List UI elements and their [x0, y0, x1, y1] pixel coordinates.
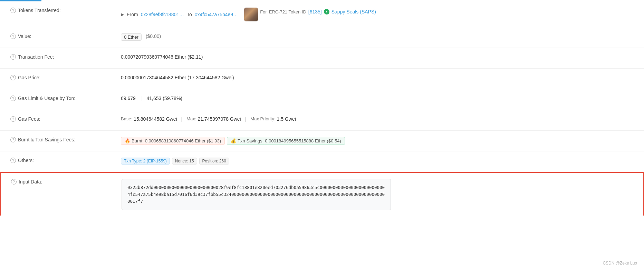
- transaction-fee-value-col: 0.000720790360774046 Ether ($2.11): [121, 53, 634, 60]
- nft-thumb-image: [244, 8, 258, 21]
- value-help-icon[interactable]: ?: [10, 33, 16, 39]
- value-value-col: 0 Ether ($0.00): [121, 33, 634, 41]
- gas-price-value: 0.000000017304644582 Ether (17.304644582…: [121, 75, 234, 80]
- burnt-badge: 🔥 Burnt: 0.000658310860774046 Ether ($1.…: [121, 137, 225, 145]
- token-name-link[interactable]: Sappy Seals (SAPS): [331, 9, 376, 14]
- txn-type-value: 2 (EIP-1559): [143, 159, 167, 163]
- others-label-col: ? Others:: [10, 157, 121, 163]
- to-label: To: [187, 12, 192, 17]
- gas-fees-label-col: ? Gas Fees:: [10, 116, 121, 122]
- for-label: For: [260, 9, 267, 14]
- gas-fees-pipe2: |: [245, 116, 247, 122]
- tokens-transferred-row: ? Tokens Transferred: ▶ From 0x28f9ef8fc…: [0, 1, 644, 27]
- nonce-label: Nonce:: [175, 159, 189, 163]
- from-address-link[interactable]: 0x28f9ef8fc18801…: [141, 12, 184, 17]
- others-row: ? Others: Txn Type: 2 (EIP-1559) Nonce: …: [0, 151, 644, 172]
- tokens-transferred-label: Tokens Transferred:: [18, 8, 61, 13]
- gas-price-help-icon[interactable]: ?: [10, 75, 16, 80]
- gas-limit-help-icon[interactable]: ?: [10, 96, 16, 101]
- max-priority-label: Max Priority:: [250, 116, 275, 121]
- tokens-transferred-help-icon[interactable]: ?: [10, 8, 16, 13]
- gas-pipe: |: [141, 96, 142, 101]
- nft-thumbnail: [244, 8, 258, 21]
- position-label: Position:: [202, 159, 219, 163]
- transaction-fee-label-col: ? Transaction Fee:: [10, 53, 121, 60]
- transaction-fee-value: 0.000720790360774046 Ether ($2.11): [121, 54, 203, 60]
- gas-limit-row: ? Gas Limit & Usage by Txn: 69,679 | 41,…: [0, 89, 644, 110]
- transaction-fee-label: Transaction Fee:: [18, 54, 54, 60]
- fire-icon: 🔥: [125, 138, 130, 143]
- token-standard-label: ERC-721 Token ID: [269, 9, 306, 14]
- burnt-savings-row: ? Burnt & Txn Savings Fees: 🔥 Burnt: 0.0…: [0, 131, 644, 151]
- ether-amount-badge: 0 Ether: [121, 33, 142, 41]
- input-data-help-icon[interactable]: ?: [11, 179, 17, 185]
- value-label: Value:: [18, 33, 31, 39]
- transaction-fee-row: ? Transaction Fee: 0.000720790360774046 …: [0, 48, 644, 69]
- savings-value: 0.000184995655515888 Ether ($0.54): [265, 138, 341, 143]
- input-data-value: 0x23b872dd000000000000000000000000028f9e…: [127, 185, 385, 204]
- gas-limit-value-col: 69,679 | 41,653 (59.78%): [121, 95, 634, 101]
- others-label: Others:: [18, 158, 34, 163]
- to-address-link[interactable]: 0x4fc547a75b4e9…: [195, 12, 238, 17]
- txn-type-badge: Txn Type: 2 (EIP-1559): [121, 158, 170, 165]
- tokens-transferred-value-col: ▶ From 0x28f9ef8fc18801… To 0x4fc547a75b…: [121, 7, 634, 21]
- arrow-icon: ▶: [121, 12, 124, 17]
- max-fee-value: 21.745997078 Gwei: [198, 116, 241, 122]
- input-data-box: 0x23b872dd000000000000000000000000028f9e…: [122, 179, 391, 210]
- savings-badge: 💰 Txn Savings: 0.000184995655515888 Ethe…: [227, 137, 345, 145]
- base-fee-value: 15.804644582 Gwei: [134, 116, 177, 122]
- gas-price-label-col: ? Gas Price:: [10, 74, 121, 80]
- gas-fees-value-col: Base: 15.804644582 Gwei | Max: 21.745997…: [121, 116, 634, 122]
- max-fee-label: Max:: [186, 116, 196, 121]
- savings-label: Txn Savings:: [238, 138, 263, 143]
- usd-value: ($0.00): [146, 33, 161, 39]
- position-badge: Position: 260: [199, 158, 229, 165]
- others-value-col: Txn Type: 2 (EIP-1559) Nonce: 15 Positio…: [121, 157, 634, 165]
- input-data-row: ? Input Data: 0x23b872dd0000000000000000…: [0, 172, 644, 216]
- gas-price-label: Gas Price:: [18, 75, 40, 80]
- savings-coin-icon: 💰: [231, 138, 236, 143]
- value-label-col: ? Value:: [10, 33, 121, 39]
- burnt-savings-label-col: ? Burnt & Txn Savings Fees:: [10, 136, 121, 142]
- max-priority-value: 1.5 Gwei: [277, 116, 296, 122]
- gas-fees-help-icon[interactable]: ?: [10, 116, 16, 122]
- gas-fees-pipe1: |: [181, 116, 183, 122]
- token-id-link[interactable]: [6135]: [308, 9, 322, 14]
- gas-fees-row: ? Gas Fees: Base: 15.804644582 Gwei | Ma…: [0, 110, 644, 131]
- token-info-line: For ERC-721 Token ID [6135] ● Sappy Seal…: [260, 9, 376, 14]
- transaction-fee-help-icon[interactable]: ?: [10, 54, 16, 60]
- others-help-icon[interactable]: ?: [10, 158, 16, 163]
- input-data-value-col: 0x23b872dd000000000000000000000000028f9e…: [122, 178, 633, 210]
- gas-price-value-col: 0.000000017304644582 Ether (17.304644582…: [121, 74, 634, 80]
- nonce-value: 15: [189, 159, 194, 163]
- burnt-value: 0.000658310860774046 Ether ($1.93): [145, 138, 221, 143]
- burnt-savings-value-col: 🔥 Burnt: 0.000658310860774046 Ether ($1.…: [121, 136, 634, 145]
- value-row: ? Value: 0 Ether ($0.00): [0, 27, 644, 48]
- gas-price-row: ? Gas Price: 0.000000017304644582 Ether …: [0, 69, 644, 89]
- burnt-savings-label: Burnt & Txn Savings Fees:: [18, 137, 75, 142]
- from-label: From: [127, 12, 138, 17]
- page-container: ? Tokens Transferred: ▶ From 0x28f9ef8fc…: [0, 0, 644, 216]
- burnt-label: Burnt:: [132, 138, 144, 143]
- burnt-savings-help-icon[interactable]: ?: [10, 137, 16, 142]
- gas-limit-label-col: ? Gas Limit & Usage by Txn:: [10, 95, 121, 101]
- base-fee-label: Base:: [121, 116, 132, 121]
- token-coin-icon: ●: [324, 9, 329, 14]
- token-transfer-line: ▶ From 0x28f9ef8fc18801… To 0x4fc547a75b…: [121, 8, 258, 21]
- txn-type-label: Txn Type:: [124, 159, 143, 163]
- input-data-label-col: ? Input Data:: [11, 178, 122, 185]
- gas-usage-value: 41,653 (59.78%): [146, 96, 182, 101]
- nonce-badge: Nonce: 15: [172, 158, 197, 165]
- gas-limit-label: Gas Limit & Usage by Txn:: [18, 96, 75, 101]
- tokens-transferred-label-col: ? Tokens Transferred:: [10, 7, 121, 13]
- gas-fees-label: Gas Fees:: [18, 116, 40, 122]
- position-value: 260: [219, 159, 226, 163]
- input-data-label: Input Data:: [19, 179, 42, 185]
- gas-limit-value: 69,679: [121, 96, 136, 101]
